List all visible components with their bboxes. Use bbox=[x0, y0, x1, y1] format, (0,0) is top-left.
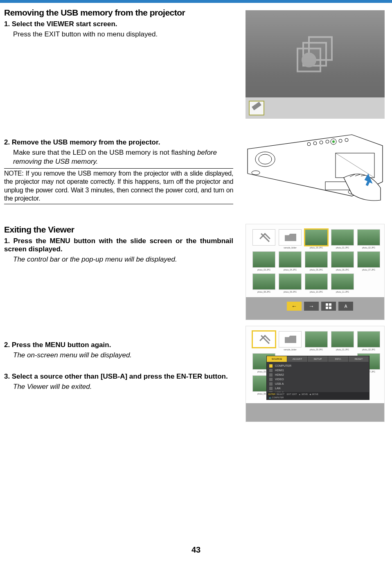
menu-tab-info: INFO. bbox=[328, 356, 349, 362]
thumbnail-selected bbox=[305, 229, 328, 246]
thumbnail bbox=[331, 229, 354, 246]
figure-thumbnail-screen: sample_folder photo_00.JPG photo_01.JPG … bbox=[246, 224, 385, 320]
footer-move2: :MOVE bbox=[312, 393, 318, 395]
section1-heading: Removing the USB memory from the project… bbox=[4, 8, 233, 18]
step-body: The Viewer will be exited. bbox=[13, 382, 233, 391]
header-bar bbox=[0, 0, 392, 3]
thumbnail bbox=[331, 273, 354, 290]
step-number: 1. bbox=[4, 237, 10, 245]
thumb-label: sample_folder bbox=[279, 348, 302, 351]
step-title: Press the MENU button with the slide scr… bbox=[4, 237, 233, 253]
control-bar: ← → A bbox=[287, 302, 353, 311]
svg-point-14 bbox=[332, 140, 335, 143]
step-title: Press the MENU button again. bbox=[12, 341, 111, 349]
step-number: 3. bbox=[4, 372, 10, 380]
thumbnail bbox=[331, 331, 354, 348]
step-title: Select a source other than [USB-A] and p… bbox=[12, 372, 228, 380]
menu-item-video: VIDEO bbox=[275, 378, 284, 381]
step-title: Remove the USB memory from the projector… bbox=[12, 138, 160, 146]
source-menu-overlay: SOURCE ADJUST SETUP INFO. RESET COMPUTER… bbox=[266, 356, 369, 400]
step-number: 2. bbox=[4, 138, 10, 146]
menu-tab-adjust: ADJUST bbox=[287, 356, 308, 362]
thumb-label: photo_00.JPG bbox=[305, 348, 328, 351]
thumb-label: photo_02.JPG bbox=[357, 348, 380, 351]
thumbnail bbox=[357, 331, 380, 348]
grid-button bbox=[321, 302, 336, 311]
thumb-label: photo_01.JPG bbox=[331, 348, 354, 351]
figure-viewer-start-screen bbox=[246, 10, 385, 119]
thumbnail bbox=[279, 273, 302, 290]
footer-select: :SELECT bbox=[276, 393, 284, 395]
left-column: Removing the USB memory from the project… bbox=[4, 8, 233, 393]
usb-thumbnail-icon bbox=[249, 101, 264, 115]
forward-button: → bbox=[304, 302, 319, 311]
footer-exit: EXIT bbox=[287, 393, 291, 395]
thumb-label: photo_10.JPG bbox=[305, 291, 328, 293]
thumb-label: photo_07.JPG bbox=[357, 269, 380, 271]
thumbnail bbox=[279, 251, 302, 268]
step-body: The control bar or the pop-up menu will … bbox=[13, 255, 233, 264]
section2-step2: 2. Press the MENU button again. The on-s… bbox=[4, 341, 233, 359]
section2-step3: 3. Select a source other than [USB-A] an… bbox=[4, 372, 233, 391]
menu-footer: ENTER :SELECT EXIT :EXIT ▲ :MOVE ◀ :MOVE… bbox=[267, 392, 369, 399]
thumbnail bbox=[252, 273, 275, 290]
thumb-label: photo_04.JPG bbox=[279, 269, 302, 271]
thumbnail bbox=[357, 251, 380, 268]
thumb-label: photo_01.JPG bbox=[331, 246, 354, 249]
thumb-label: photo_02.JPG bbox=[357, 246, 380, 249]
section2-heading: Exiting the Viewer bbox=[4, 225, 233, 235]
thumbnail bbox=[305, 331, 328, 348]
section1-step2: 2. Remove the USB memory from the projec… bbox=[4, 138, 233, 166]
thumbnail bbox=[252, 251, 275, 268]
folder-icon bbox=[279, 229, 302, 246]
note-block: NOTE: If you remove the USB memory from … bbox=[4, 168, 233, 204]
right-column: sample_folder photo_00.JPG photo_01.JPG … bbox=[246, 8, 385, 428]
menu-item-usba: USB-A bbox=[275, 382, 284, 385]
thumb-label: sample_folder bbox=[279, 246, 302, 249]
footer-move1: :MOVE bbox=[301, 393, 308, 395]
figure-source-menu: sample_folder photo_00.JPG photo_01.JPG … bbox=[246, 326, 385, 422]
page-number: 43 bbox=[0, 545, 392, 555]
thumbnail bbox=[331, 251, 354, 268]
menu-item-hdmi1: HDMI1 bbox=[275, 369, 284, 372]
thumb-label: photo_09.JPG bbox=[279, 291, 302, 293]
back-button: ← bbox=[287, 302, 302, 311]
thumb-label: photo_00.JPG bbox=[305, 246, 328, 249]
thumb-label: photo_03.JPG bbox=[252, 269, 275, 271]
step-body: Make sure that the LED on the USB memory… bbox=[13, 148, 233, 166]
thumb-label: photo_08.JPG bbox=[252, 291, 275, 293]
step-number: 1. bbox=[4, 20, 10, 28]
thumbnail bbox=[305, 251, 328, 268]
up-folder-icon bbox=[252, 229, 275, 246]
step-number: 2. bbox=[4, 341, 10, 349]
menu-tab-reset: RESET bbox=[349, 356, 369, 362]
thumbnail bbox=[357, 229, 380, 246]
step-body-line1: Make sure that the LED on the USB memory… bbox=[13, 149, 195, 156]
footer-src: COMPUTER bbox=[272, 396, 284, 399]
menu-tab-setup: SETUP bbox=[308, 356, 328, 362]
step-title: Select the VIEWER start screen. bbox=[12, 20, 117, 28]
thumbnail bbox=[305, 273, 328, 290]
thumb-label: photo_06.JPG bbox=[331, 269, 354, 271]
menu-item-lan: LAN bbox=[275, 387, 281, 390]
thumb-label: photo_11.JPG bbox=[331, 291, 354, 293]
figure-usb-removal-drawing bbox=[246, 124, 385, 204]
step-body: The on-screen menu will be displayed. bbox=[13, 351, 233, 359]
step-body: Press the EXIT button with no menu displ… bbox=[13, 30, 233, 38]
section2-step1: 1. Press the MENU button with the slide … bbox=[4, 237, 233, 264]
folder-icon bbox=[279, 331, 302, 348]
menu-item-hdmi2: HDMI2 bbox=[275, 373, 284, 376]
footer-enter: ENTER bbox=[268, 393, 275, 395]
placeholder-stack-icon bbox=[293, 36, 338, 75]
footer-exit-label: :EXIT bbox=[292, 393, 297, 395]
thumb-label: photo_05.JPG bbox=[305, 269, 328, 271]
sort-button: A bbox=[338, 302, 353, 311]
up-folder-icon bbox=[252, 331, 275, 348]
section1-step1: 1. Select the VIEWER start screen. Press… bbox=[4, 20, 233, 38]
menu-item-computer: COMPUTER bbox=[275, 364, 291, 367]
menu-tab-source: SOURCE bbox=[267, 356, 287, 362]
